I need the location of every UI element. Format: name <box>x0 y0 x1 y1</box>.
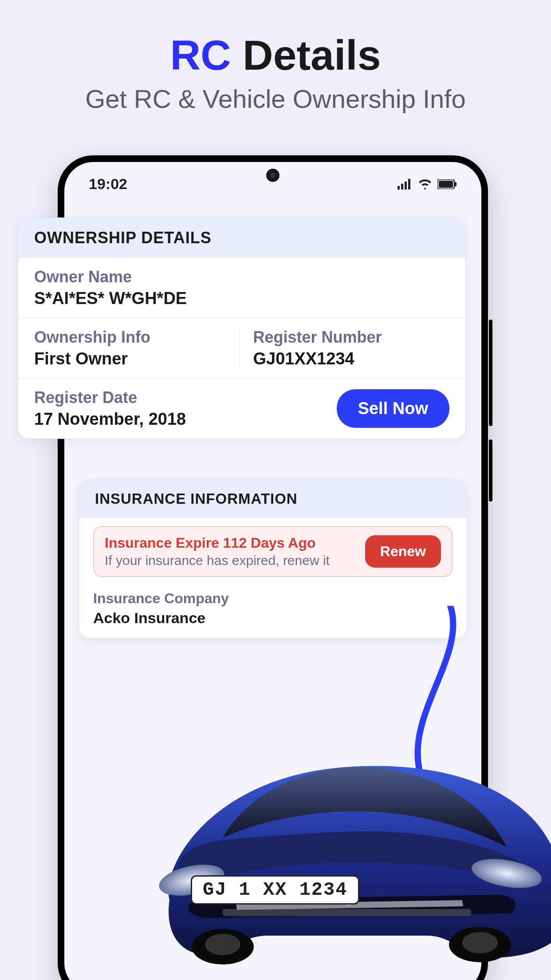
page-subtitle: Get RC & Vehicle Ownership Info <box>0 84 551 114</box>
license-plate: GJ 1 XX 1234 <box>191 875 359 905</box>
register-number-label: Register Number <box>253 328 450 347</box>
phone-side-button-icon <box>489 320 492 426</box>
ownership-info-cell: Ownership Info First Owner <box>34 328 240 368</box>
insurance-company-value: Acko Insurance <box>93 609 453 627</box>
title-rest: Details <box>231 32 381 79</box>
status-icons <box>398 179 457 190</box>
alert-title: Insurance Expire 112 Days Ago <box>105 535 330 551</box>
owner-name-row: Owner Name S*AI*ES* W*GH*DE <box>18 258 465 318</box>
ownership-info-value: First Owner <box>34 349 231 368</box>
insurance-company-label: Insurance Company <box>93 590 453 607</box>
ownership-header: OWNERSHIP DETAILS <box>18 218 465 258</box>
ownership-info-label: Ownership Info <box>34 328 231 347</box>
status-time: 19:02 <box>89 175 127 193</box>
owner-name-label: Owner Name <box>34 268 449 286</box>
register-date-label: Register Date <box>34 388 186 407</box>
svg-rect-9 <box>223 909 471 916</box>
renew-button[interactable]: Renew <box>365 535 441 568</box>
alert-text: Insurance Expire 112 Days Ago If your in… <box>105 535 330 568</box>
svg-rect-2 <box>405 182 407 190</box>
wifi-icon <box>418 179 432 190</box>
register-date-cell: Register Date 17 November, 2018 <box>34 388 186 429</box>
svg-rect-3 <box>408 179 410 190</box>
insurance-header: INSURANCE INFORMATION <box>79 480 467 518</box>
svg-rect-5 <box>439 181 453 188</box>
svg-rect-6 <box>455 182 457 186</box>
svg-rect-1 <box>401 184 403 190</box>
insurance-card: INSURANCE INFORMATION Insurance Expire 1… <box>79 479 467 639</box>
register-date-row: Register Date 17 November, 2018 Sell Now <box>18 379 465 439</box>
battery-icon <box>437 179 457 189</box>
phone-side-button-icon <box>489 439 492 502</box>
ownership-card: OWNERSHIP DETAILS Owner Name S*AI*ES* W*… <box>18 217 466 439</box>
ownership-split-row: Ownership Info First Owner Register Numb… <box>18 318 465 379</box>
svg-rect-0 <box>398 186 400 190</box>
svg-point-13 <box>462 932 498 953</box>
page-title: RC Details <box>0 0 551 79</box>
insurance-alert: Insurance Expire 112 Days Ago If your in… <box>93 526 453 577</box>
phone-camera-icon <box>266 169 279 182</box>
register-number-value: GJ01XX1234 <box>253 349 450 368</box>
cell-signal-icon <box>398 179 413 190</box>
sell-now-button[interactable]: Sell Now <box>337 389 449 428</box>
alert-subtitle: If your insurance has expired, renew it <box>105 553 330 568</box>
register-number-cell: Register Number GJ01XX1234 <box>240 328 450 368</box>
insurance-company-row: Insurance Company Acko Insurance <box>79 585 467 638</box>
register-date-value: 17 November, 2018 <box>34 410 186 429</box>
title-accent: RC <box>170 32 231 79</box>
owner-name-value: S*AI*ES* W*GH*DE <box>34 289 449 308</box>
car-image-icon <box>134 731 551 967</box>
svg-point-11 <box>205 934 240 955</box>
